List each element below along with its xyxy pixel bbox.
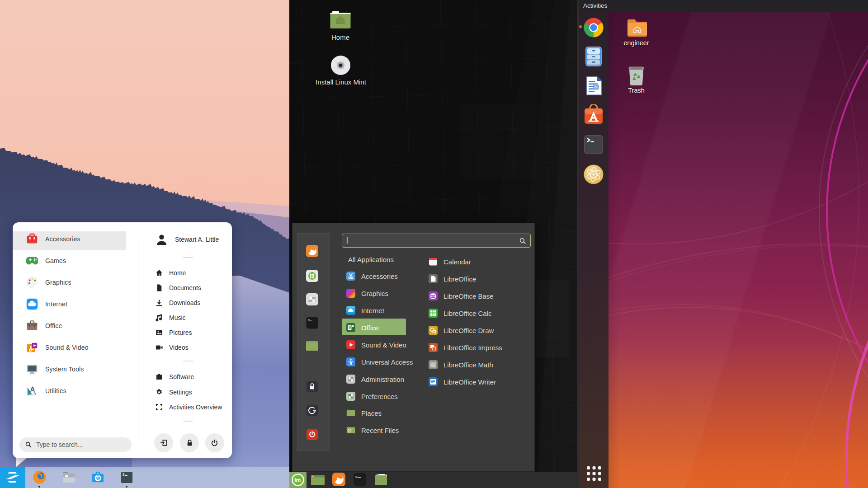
svg-text:$: $ <box>123 473 125 477</box>
svg-text:√x: √x <box>431 363 435 367</box>
svg-text:lm: lm <box>294 477 301 483</box>
svg-text:$: $ <box>308 319 310 322</box>
svg-text:$: $ <box>355 475 358 479</box>
